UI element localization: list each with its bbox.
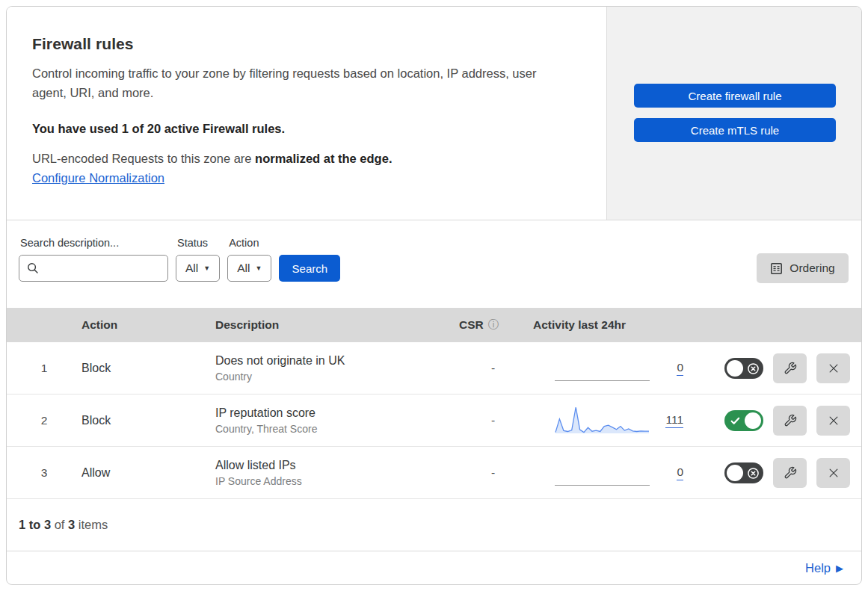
table-row: 1 Block Does not originate in UK Country… xyxy=(7,342,861,394)
rule-activity-cell: 111 xyxy=(527,404,695,437)
rule-fields: IP Source Address xyxy=(215,475,459,487)
edit-rule-button[interactable] xyxy=(773,458,807,488)
edit-rule-button[interactable] xyxy=(773,353,807,383)
normalization-prefix: URL-encoded Requests to this zone are xyxy=(32,152,255,165)
rule-activity-cell: 0 xyxy=(527,352,695,385)
wrench-icon xyxy=(784,466,797,480)
items-word: items xyxy=(75,518,108,531)
rule-csr-value: - xyxy=(459,414,527,427)
search-button[interactable]: Search xyxy=(279,255,340,282)
configure-normalization-link[interactable]: Configure Normalization xyxy=(32,171,164,185)
rule-action: Block xyxy=(81,362,215,375)
pagination-summary: 1 to 3 of 3 items xyxy=(7,499,861,551)
rule-description-cell: IP reputation score Country, Threat Scor… xyxy=(215,406,459,435)
action-dropdown[interactable]: All ▼ xyxy=(227,255,271,282)
rule-csr-value: - xyxy=(459,362,527,375)
page-title: Firewall rules xyxy=(32,35,576,53)
search-label: Search description... xyxy=(20,237,168,249)
activity-sparkline xyxy=(555,352,650,385)
toggle-knob xyxy=(727,465,743,481)
action-label: Action xyxy=(229,237,271,249)
close-icon xyxy=(827,466,840,480)
rule-controls xyxy=(695,406,861,436)
rule-description: Allow listed IPs xyxy=(215,459,459,472)
help-bar: Help ▶ xyxy=(7,551,861,584)
toggle-knob xyxy=(727,360,743,377)
hero-actions-panel: Create firewall rule Create mTLS rule xyxy=(606,7,861,220)
help-arrow-icon: ▶ xyxy=(836,563,843,574)
header-description: Description xyxy=(215,318,459,332)
delete-rule-button[interactable] xyxy=(816,406,850,436)
usage-summary: You have used 1 of 20 active Firewall ru… xyxy=(32,122,576,136)
rule-description: Does not originate in UK xyxy=(215,354,459,368)
activity-count-link[interactable]: 0 xyxy=(677,361,683,376)
rule-fields: Country, Threat Score xyxy=(215,423,459,435)
help-label: Help xyxy=(805,561,831,575)
hero-section: Firewall rules Control incoming traffic … xyxy=(7,7,861,220)
delete-rule-button[interactable] xyxy=(816,458,850,488)
activity-count-link[interactable]: 0 xyxy=(677,465,683,480)
chevron-down-icon: ▼ xyxy=(203,264,210,272)
status-label: Status xyxy=(177,237,220,249)
page-description: Control incoming traffic to your zone by… xyxy=(32,64,563,102)
rule-priority: 3 xyxy=(7,466,81,480)
csr-label: CSR xyxy=(459,318,484,332)
rule-action: Block xyxy=(81,414,215,427)
rule-controls xyxy=(695,458,861,488)
items-range: 1 to 3 xyxy=(19,518,51,531)
search-input[interactable] xyxy=(45,262,160,275)
items-total: 3 xyxy=(68,518,75,531)
rule-controls xyxy=(695,353,861,383)
search-icon xyxy=(27,262,39,274)
toggle-x-icon xyxy=(747,362,760,375)
items-of: of xyxy=(51,518,68,531)
activity-count-link[interactable]: 111 xyxy=(665,413,683,428)
header-action: Action xyxy=(81,318,215,332)
header-activity: Activity last 24hr xyxy=(527,318,695,332)
normalization-text: URL-encoded Requests to this zone are no… xyxy=(32,152,576,166)
activity-sparkline xyxy=(555,404,650,437)
activity-sparkline xyxy=(555,457,650,489)
edit-rule-button[interactable] xyxy=(773,406,807,436)
rule-enabled-toggle[interactable] xyxy=(724,358,763,379)
status-value: All xyxy=(185,262,198,275)
ordering-button[interactable]: Ordering xyxy=(757,253,849,283)
rule-fields: Country xyxy=(215,371,459,383)
normalization-bold: normalized at the edge. xyxy=(255,152,392,165)
rule-enabled-toggle[interactable] xyxy=(724,462,763,483)
ordering-label: Ordering xyxy=(789,262,834,275)
rule-description: IP reputation score xyxy=(215,406,459,420)
search-group: Search description... xyxy=(19,237,168,282)
status-dropdown[interactable]: All ▼ xyxy=(176,255,220,282)
filter-toolbar: Search description... Status All ▼ Actio… xyxy=(7,220,861,308)
status-filter-group: Status All ▼ xyxy=(176,237,220,282)
firewall-rules-card: Firewall rules Control incoming traffic … xyxy=(6,6,862,585)
table-row: 3 Allow Allow listed IPs IP Source Addre… xyxy=(7,447,861,499)
rule-description-cell: Does not originate in UK Country xyxy=(215,354,459,383)
wrench-icon xyxy=(784,362,797,375)
toggle-check-icon xyxy=(730,416,740,426)
header-csr: CSR ⓘ xyxy=(459,318,527,332)
close-icon xyxy=(827,414,840,427)
wrench-icon xyxy=(784,414,797,427)
action-filter-group: Action All ▼ xyxy=(227,237,271,282)
help-link[interactable]: Help ▶ xyxy=(805,561,843,575)
create-firewall-rule-button[interactable]: Create firewall rule xyxy=(634,84,836,108)
ordering-list-icon xyxy=(770,262,783,275)
rule-priority: 1 xyxy=(7,362,81,375)
rule-description-cell: Allow listed IPs IP Source Address xyxy=(215,459,459,487)
hero-text-panel: Firewall rules Control incoming traffic … xyxy=(7,7,606,220)
rule-action: Allow xyxy=(81,466,215,480)
rule-enabled-toggle[interactable] xyxy=(724,410,763,431)
rule-priority: 2 xyxy=(7,414,81,427)
create-mtls-rule-button[interactable]: Create mTLS rule xyxy=(634,118,836,142)
table-row: 2 Block IP reputation score Country, Thr… xyxy=(7,394,861,447)
search-field[interactable] xyxy=(19,255,168,282)
toggle-knob xyxy=(745,412,761,429)
action-value: All xyxy=(237,262,250,275)
close-icon xyxy=(827,362,840,375)
rule-activity-cell: 0 xyxy=(527,457,695,489)
chevron-down-icon: ▼ xyxy=(255,264,262,272)
table-header: Action Description CSR ⓘ Activity last 2… xyxy=(7,308,861,342)
delete-rule-button[interactable] xyxy=(816,353,850,383)
